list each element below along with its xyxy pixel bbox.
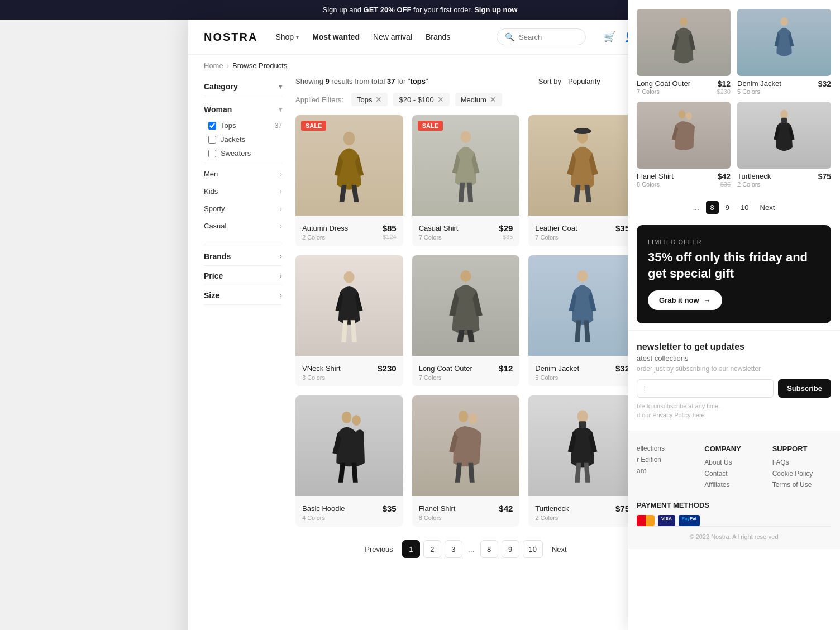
chevron-right-icon: › xyxy=(280,188,282,195)
casual-category[interactable]: Casual › xyxy=(204,217,282,235)
chevron-down-icon: ▾ xyxy=(279,106,282,113)
product-card[interactable]: Long Coat Outer $12 7 Colors xyxy=(412,255,520,386)
sort-by: Sort by Popularity Price: Low to High Pr… xyxy=(538,77,636,86)
rp-old-price: $35 xyxy=(720,181,731,188)
breadcrumb-home[interactable]: Home xyxy=(204,61,223,70)
footer-terms-link[interactable]: Terms of Use xyxy=(772,481,831,489)
nav-most-wanted[interactable]: Most wanted xyxy=(312,32,360,41)
remove-size-icon[interactable]: ✕ xyxy=(490,95,497,104)
rp-product-card[interactable]: Long Coat Outer $12 7 Colors $230 xyxy=(637,9,731,95)
svg-rect-4 xyxy=(576,128,588,133)
product-name: VNeck Shirt xyxy=(302,364,341,373)
page-8-button[interactable]: 8 xyxy=(480,540,498,558)
product-card[interactable]: Flanel Shirt $42 8 Colors xyxy=(412,395,520,527)
main-content: Category ▾ Woman ▾ Tops 37 xyxy=(188,77,652,574)
jackets-item[interactable]: Jackets xyxy=(204,132,282,146)
nav-new-arrival[interactable]: New arrival xyxy=(373,32,412,41)
product-card[interactable]: Denim Jacket $32 5 Colors xyxy=(528,255,636,386)
rp-product-card[interactable]: Denim Jacket $32 5 Colors xyxy=(737,9,831,95)
jackets-checkbox[interactable] xyxy=(208,136,216,144)
category-header[interactable]: Category ▾ xyxy=(204,77,282,96)
price-header[interactable]: Price › xyxy=(204,266,282,285)
product-card[interactable]: SALE Autumn xyxy=(295,115,403,246)
product-card[interactable]: SALE Casual xyxy=(412,115,520,246)
rp-page-next[interactable]: Next xyxy=(756,201,780,214)
filter-price[interactable]: $20 - $100 ✕ xyxy=(393,93,449,106)
product-price: $85 xyxy=(383,223,397,233)
footer-link[interactable]: ellections xyxy=(637,445,695,452)
footer-section: ellections r Edition ant COMPANY About U… xyxy=(628,431,840,549)
search-bar[interactable]: 🔍 xyxy=(497,28,586,45)
footer-about-link[interactable]: About Us xyxy=(704,459,763,466)
cart-icon[interactable]: 🛒 xyxy=(604,31,616,43)
footer-affiliates-link[interactable]: Affiliates xyxy=(704,481,763,489)
filter-tops[interactable]: Tops ✕ xyxy=(351,93,388,106)
nav-shop[interactable]: Shop ▾ xyxy=(275,32,299,41)
product-figure xyxy=(443,266,488,345)
search-input[interactable] xyxy=(519,33,578,41)
footer-contact-link[interactable]: Contact xyxy=(704,470,763,478)
size-header[interactable]: Size › xyxy=(204,285,282,305)
product-price: $12 xyxy=(499,364,513,373)
product-name: Denim Jacket xyxy=(535,364,579,373)
rp-page-8[interactable]: 8 xyxy=(706,201,719,214)
rp-product-card[interactable]: Flanel Shirt $42 8 Colors $35 xyxy=(637,102,731,188)
product-card[interactable]: Basic Hoodie $35 4 Colors xyxy=(295,395,403,527)
next-page-button[interactable]: Next xyxy=(546,540,572,558)
page-1-button[interactable]: 1 xyxy=(402,540,420,558)
men-category[interactable]: Men › xyxy=(204,165,282,183)
mastercard-icon xyxy=(637,515,655,526)
product-colors: 4 Colors xyxy=(302,514,397,521)
sweaters-item[interactable]: Sweaters xyxy=(204,146,282,160)
footer-cookie-link[interactable]: Cookie Policy xyxy=(772,470,831,478)
rp-product-image xyxy=(637,102,731,169)
rp-product-name: Long Coat Outer xyxy=(637,79,690,88)
signup-link[interactable]: Sign up now xyxy=(474,6,517,14)
product-card[interactable]: Leather Coat $35 7 Colors xyxy=(528,115,636,246)
tops-checkbox[interactable] xyxy=(208,122,216,130)
page-9-button[interactable]: 9 xyxy=(502,540,519,558)
product-info: Basic Hoodie $35 4 Colors xyxy=(295,496,403,527)
rp-page-9[interactable]: 9 xyxy=(721,201,734,214)
sale-badge: SALE xyxy=(301,121,326,131)
nav-brands[interactable]: Brands xyxy=(426,32,450,41)
page-10-button[interactable]: 10 xyxy=(523,540,543,558)
product-card[interactable]: Turtleneck $75 2 Colors xyxy=(528,395,636,527)
rp-product-card[interactable]: Turtleneck $75 2 Colors xyxy=(737,102,831,188)
sort-select[interactable]: Popularity Price: Low to High Price: Hig… xyxy=(566,77,636,86)
remove-price-icon[interactable]: ✕ xyxy=(437,95,444,104)
category-section: Category ▾ Woman ▾ Tops 37 xyxy=(204,77,282,235)
rp-product-name: Turtleneck xyxy=(737,172,771,181)
product-name: Long Coat Outer xyxy=(419,364,472,373)
rp-page-10[interactable]: 10 xyxy=(736,201,753,214)
tops-item[interactable]: Tops 37 xyxy=(204,118,282,132)
product-figure xyxy=(560,126,605,204)
rp-page-prev-link[interactable]: ... xyxy=(689,201,704,214)
newsletter-section: newsletter to get updates atest collecti… xyxy=(628,330,840,431)
product-card[interactable]: VNeck Shirt $230 3 Colors xyxy=(295,255,403,386)
privacy-policy-link[interactable]: here xyxy=(693,412,705,418)
promo-button[interactable]: Grab it now → xyxy=(648,290,722,310)
page-3-button[interactable]: 3 xyxy=(445,540,462,558)
product-colors: 7 Colors xyxy=(419,234,442,241)
sweaters-checkbox[interactable] xyxy=(208,150,216,157)
results-text: Showing 9 results from total 37 for "top… xyxy=(295,77,428,85)
svg-point-17 xyxy=(686,112,692,120)
product-colors: 7 Colors xyxy=(535,234,629,241)
chevron-right-icon: › xyxy=(280,252,282,260)
subscribe-button[interactable]: Subscribe xyxy=(778,379,831,398)
footer-link[interactable]: r Edition xyxy=(637,456,695,464)
prev-page-button[interactable]: Previous xyxy=(359,540,399,558)
footer-link[interactable]: ant xyxy=(637,467,695,475)
kids-category[interactable]: Kids › xyxy=(204,183,282,200)
brands-header[interactable]: Brands › xyxy=(204,246,282,266)
page-2-button[interactable]: 2 xyxy=(423,540,441,558)
footer-faqs-link[interactable]: FAQs xyxy=(772,459,831,466)
product-image xyxy=(412,255,520,356)
sporty-category[interactable]: Sporty › xyxy=(204,200,282,217)
woman-category[interactable]: Woman ▾ xyxy=(204,101,282,118)
remove-tops-icon[interactable]: ✕ xyxy=(375,95,382,104)
newsletter-email-input[interactable] xyxy=(637,379,774,398)
filter-size[interactable]: Medium ✕ xyxy=(455,93,502,106)
svg-point-9 xyxy=(352,415,361,426)
